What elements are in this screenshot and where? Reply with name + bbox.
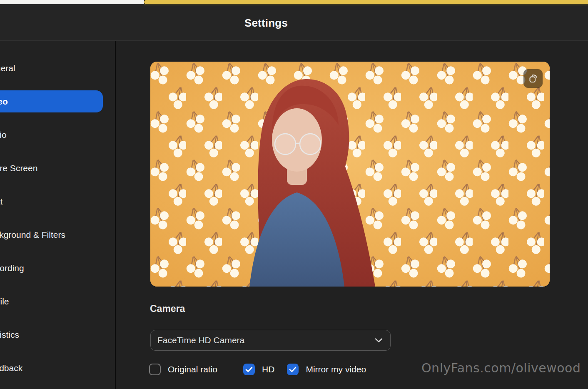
- sidebar-item-label: Share Screen: [0, 163, 37, 173]
- chevron-down-icon: [375, 338, 383, 343]
- sidebar-item-video[interactable]: Video: [0, 93, 8, 110]
- sidebar-item-profile[interactable]: Profile: [0, 293, 9, 310]
- sidebar-item-label: Feedback: [0, 363, 22, 373]
- sidebar-item-label: Chat: [0, 197, 2, 207]
- mirror-my-video-label: Mirror my video: [306, 364, 366, 374]
- camera-device-select[interactable]: FaceTime HD Camera: [150, 330, 391, 351]
- sidebar-item-share-screen[interactable]: Share Screen: [0, 160, 37, 177]
- sidebar-item-statistics[interactable]: Statistics: [0, 327, 19, 343]
- original-ratio-label: Original ratio: [168, 364, 217, 374]
- sidebar-item-background-filters[interactable]: Background & Filters: [0, 227, 65, 243]
- rotate-icon: [527, 73, 539, 85]
- sidebar-item-recording[interactable]: Recording: [0, 260, 24, 277]
- sidebar-item-label: Recording: [0, 263, 24, 273]
- check-icon: [289, 367, 296, 372]
- original-ratio-checkbox[interactable]: [149, 364, 161, 375]
- settings-sidebar: General Video Audio Share Screen Chat Ba…: [0, 41, 116, 389]
- hd-checkbox[interactable]: [243, 364, 255, 375]
- check-icon: [245, 367, 253, 372]
- camera-options-row: Original ratio HD Mirror my video: [149, 363, 366, 376]
- active-item-highlight: [0, 90, 103, 112]
- camera-section-label: Camera: [150, 303, 185, 314]
- sidebar-item-feedback[interactable]: Feedback: [0, 360, 22, 377]
- sidebar-item-audio[interactable]: Audio: [0, 127, 7, 143]
- sidebar-item-label: Video: [0, 97, 8, 107]
- background-window-right: [144, 0, 588, 4]
- camera-device-value: FaceTime HD Camera: [157, 335, 375, 345]
- sidebar-item-chat[interactable]: Chat: [0, 193, 2, 210]
- camera-preview: [150, 62, 550, 287]
- sidebar-item-label: Statistics: [0, 330, 19, 340]
- page-title: Settings: [244, 17, 288, 30]
- rotate-video-button[interactable]: [523, 69, 543, 88]
- sidebar-item-label: Background & Filters: [0, 230, 65, 240]
- background-window-left: [0, 0, 144, 4]
- sidebar-item-label: General: [0, 63, 15, 73]
- sidebar-item-label: Audio: [0, 130, 7, 140]
- sidebar-item-general[interactable]: General: [0, 60, 15, 77]
- mirror-my-video-checkbox[interactable]: [287, 364, 299, 375]
- sidebar-item-label: Profile: [0, 297, 9, 307]
- settings-titlebar: Settings: [0, 5, 588, 41]
- camera-preview-image: [150, 62, 550, 287]
- hd-label: HD: [262, 364, 274, 374]
- watermark-text: OnlyFans.com/olivewood: [421, 361, 581, 375]
